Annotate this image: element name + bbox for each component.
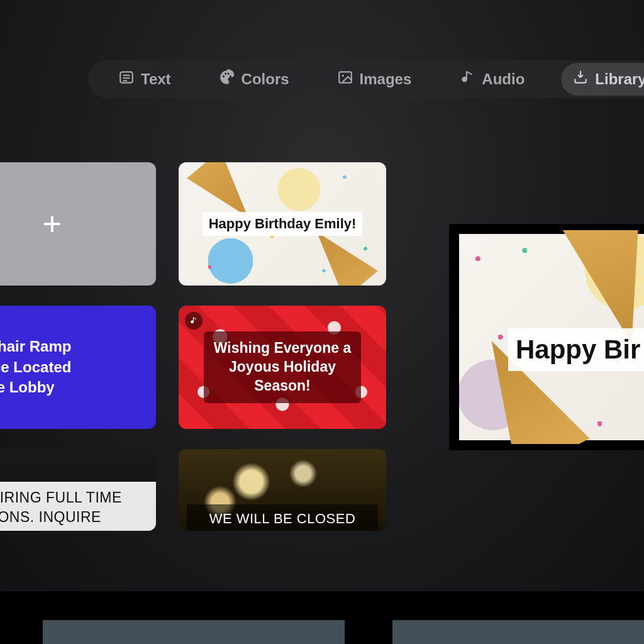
add-card[interactable]: + (0, 162, 156, 286)
audio-badge (185, 312, 203, 330)
device-stand (43, 620, 345, 644)
tab-label: Audio (482, 70, 525, 88)
card-caption: WE WILL BE CLOSED (187, 504, 378, 531)
preview-panel: Happy Bir (449, 224, 644, 450)
palette-icon (219, 69, 235, 89)
preview-caption: Happy Bir (508, 328, 644, 371)
card-caption: Wheelchair RampEntrance LocatedNear the … (0, 336, 71, 397)
plus-icon: + (43, 205, 62, 243)
tab-label: Colors (242, 70, 289, 88)
library-icon (572, 69, 589, 89)
tab-library[interactable]: Library (561, 63, 644, 96)
library-card-holiday[interactable]: Wishing Everyone aJoyous HolidaySeason! (179, 306, 386, 429)
tab-label: Images (360, 70, 412, 88)
library-card-hiring[interactable]: NOW HIRING FULL TIMEPOSITIONS. INQUIRE (0, 449, 156, 531)
tab-images[interactable]: Images (326, 63, 423, 96)
card-caption: Happy Birthday Emily! (203, 212, 363, 236)
tab-colors[interactable]: Colors (208, 63, 301, 96)
svg-point-5 (341, 75, 343, 77)
card-caption: NOW HIRING FULL TIMEPOSITIONS. INQUIRE (0, 482, 156, 531)
toolbar: Text Colors Images Audio Library (88, 60, 644, 98)
device-stand (392, 620, 644, 644)
library-card-closed[interactable]: WE WILL BE CLOSED (179, 449, 386, 531)
image-icon (337, 69, 353, 89)
library-card-wheelchair[interactable]: Wheelchair RampEntrance LocatedNear the … (0, 306, 156, 429)
preview-canvas[interactable]: Happy Bir (459, 234, 644, 440)
tab-label: Library (595, 70, 644, 88)
text-icon (118, 69, 135, 89)
card-caption: Wishing Everyone aJoyous HolidaySeason! (204, 331, 361, 403)
library-grid: + Happy Birthday Emily! Wheelchair RampE… (0, 162, 389, 531)
tab-label: Text (141, 70, 171, 88)
library-card-birthday[interactable]: Happy Birthday Emily! (179, 162, 386, 286)
tab-audio[interactable]: Audio (448, 63, 536, 96)
music-icon (459, 69, 475, 89)
app-screen: Text Colors Images Audio Library (0, 0, 644, 591)
tab-text[interactable]: Text (107, 63, 182, 96)
